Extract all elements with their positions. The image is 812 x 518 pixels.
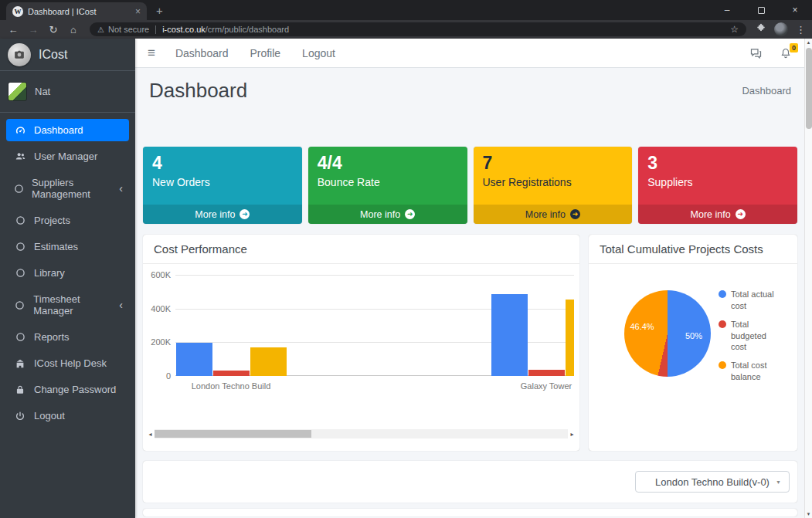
- topnav-link-profile[interactable]: Profile: [250, 47, 280, 59]
- sidebar-item-dashboard[interactable]: Dashboard: [6, 119, 129, 141]
- forward-icon[interactable]: →: [26, 24, 40, 36]
- charts-row: Cost Performance 0200K400K600KLondon Tec…: [143, 235, 797, 451]
- bar-total-budgeted-cost: [213, 371, 250, 376]
- bar-total-budgeted-cost: [528, 370, 565, 376]
- messages-icon[interactable]: [749, 46, 763, 59]
- sidebar-item-suppliers-management[interactable]: Suppliers Management‹: [6, 171, 129, 205]
- bar-total-cost-balance: [566, 300, 574, 376]
- user-panel[interactable]: Nat: [0, 71, 135, 113]
- scrollbar-track[interactable]: [155, 429, 568, 438]
- window-controls: – ×: [710, 0, 812, 20]
- sidebar-item-timesheet-manager[interactable]: Timesheet Manager‹: [6, 288, 129, 322]
- circle-icon: [12, 215, 28, 225]
- sidebar-item-estimates[interactable]: Estimates: [6, 235, 129, 258]
- user-name: Nat: [35, 86, 50, 97]
- home-icon[interactable]: ⌂: [66, 24, 80, 36]
- page-scrollbar-thumb[interactable]: [806, 48, 812, 129]
- arrow-circle-right-icon: ➜: [240, 209, 250, 219]
- browser-tab[interactable]: W Dashboard | ICost ×: [6, 2, 147, 20]
- sidebar-item-library[interactable]: Library: [6, 262, 129, 284]
- circle-icon: [12, 268, 28, 278]
- legend-label: Total budgeted cost: [731, 319, 776, 354]
- topnav-link-logout[interactable]: Logout: [302, 47, 335, 59]
- reload-icon[interactable]: ↻: [46, 24, 60, 36]
- cost-performance-panel: Cost Performance 0200K400K600KLondon Tec…: [143, 235, 579, 451]
- browser-profile-avatar[interactable]: [774, 22, 788, 36]
- sidebar-item-projects[interactable]: Projects: [6, 209, 129, 232]
- circle-icon: [12, 332, 28, 342]
- stat-card-label: Suppliers: [647, 176, 788, 188]
- hamburger-menu-icon[interactable]: ≡: [148, 46, 155, 61]
- more-info-link[interactable]: More info➜: [143, 205, 302, 224]
- window-close-button[interactable]: ×: [778, 5, 812, 15]
- speedometer-icon: [12, 124, 28, 136]
- bar-total-actual-cost: [176, 343, 212, 376]
- url-host: i-cost.co.uk: [162, 25, 206, 34]
- chevron-left-icon: ‹: [119, 183, 123, 194]
- sidebar-item-user-manager[interactable]: User Manager: [6, 145, 129, 168]
- window-minimize-button[interactable]: –: [710, 5, 744, 15]
- new-tab-button[interactable]: +: [156, 4, 163, 17]
- scrollbar-thumb[interactable]: [155, 430, 311, 438]
- more-info-link[interactable]: More info➜: [638, 205, 797, 224]
- chart-horizontal-scrollbar[interactable]: ◂ ▸: [146, 429, 576, 438]
- notifications-bell[interactable]: 0: [780, 47, 792, 59]
- sidebar-item-label: Projects: [34, 215, 70, 226]
- building-icon: [12, 358, 28, 369]
- topnav-right: 0: [749, 46, 792, 59]
- brand-logo-icon: [8, 43, 31, 66]
- more-info-link[interactable]: More info➜: [308, 205, 467, 224]
- legend-dot: [719, 290, 726, 298]
- stat-cards-row: 4New OrdersMore info➜4/4Bounce RateMore …: [143, 147, 797, 224]
- bookmark-star-icon[interactable]: ☆: [730, 24, 739, 35]
- scroll-right-icon[interactable]: ▸: [568, 431, 576, 438]
- legend-label: Total cost balance: [731, 360, 776, 383]
- main-area: ≡ DashboardProfileLogout 0 Dashboard Das…: [135, 39, 804, 518]
- brand[interactable]: ICost: [0, 39, 135, 71]
- project-select-dropdown[interactable]: London Techno Build(v-0) ▼: [635, 471, 790, 493]
- cost-performance-chart: 0200K400K600KLondon Techno BuildGalaxy T…: [143, 269, 579, 423]
- next-panel-partial: [143, 509, 797, 516]
- scroll-down-icon[interactable]: ▼: [807, 510, 811, 518]
- browser-menu-icon[interactable]: ⋮: [796, 24, 806, 36]
- y-axis-label: 200K: [143, 337, 171, 347]
- more-info-link[interactable]: More info➜: [474, 205, 633, 224]
- stat-card-label: New Orders: [152, 176, 293, 188]
- breadcrumb[interactable]: Dashboard: [742, 85, 791, 96]
- lock-icon: [12, 384, 28, 395]
- stat-card-value: 4/4: [318, 153, 458, 174]
- pie-legend: Total actual costTotal budgeted costTota…: [719, 289, 787, 390]
- page-scrollbar[interactable]: ▲ ▼: [804, 39, 812, 518]
- sidebar-item-label: Timesheet Manager: [33, 293, 119, 317]
- legend-item: Total cost balance: [719, 360, 787, 383]
- sidebar-item-label: Dashboard: [34, 124, 83, 136]
- topnav-link-dashboard[interactable]: Dashboard: [175, 47, 229, 59]
- stat-card-value: 7: [483, 153, 623, 174]
- url-path: /crm/public/dashboard: [206, 25, 289, 34]
- pie-slice-label: 46.4%: [630, 322, 654, 331]
- page-title: Dashboard: [149, 79, 247, 103]
- scroll-left-icon[interactable]: ◂: [146, 431, 155, 438]
- legend-dot: [719, 361, 726, 369]
- notification-badge: 0: [790, 43, 798, 52]
- x-axis-label: London Techno Build: [192, 381, 271, 391]
- stat-card-bounce-rate: 4/4Bounce RateMore info➜: [308, 147, 467, 224]
- users-icon: [12, 151, 28, 162]
- scroll-up-icon[interactable]: ▲: [807, 39, 811, 46]
- window-restore-button[interactable]: [744, 0, 778, 20]
- address-bar[interactable]: ⚠ Not secure i-cost.co.uk /crm/public/da…: [90, 22, 746, 36]
- stat-card-body: 4New Orders: [143, 147, 302, 205]
- sidebar-item-logout[interactable]: Logout: [6, 405, 129, 427]
- extensions-puzzle-icon[interactable]: [756, 22, 766, 36]
- back-icon[interactable]: ←: [6, 24, 20, 36]
- more-info-label: More info: [525, 209, 566, 220]
- more-info-label: More info: [691, 209, 731, 220]
- arrow-circle-right-icon: ➜: [570, 209, 580, 219]
- sidebar-item-change-password[interactable]: Change Password: [6, 378, 129, 401]
- bar-total-cost-balance: [250, 347, 287, 376]
- sidebar-item-icost-help-desk[interactable]: ICost Help Desk: [6, 352, 129, 374]
- sidebar-item-reports[interactable]: Reports: [6, 326, 129, 348]
- tab-close-icon[interactable]: ×: [135, 6, 141, 17]
- gridline: [175, 275, 574, 276]
- y-axis-label: 0: [143, 371, 171, 381]
